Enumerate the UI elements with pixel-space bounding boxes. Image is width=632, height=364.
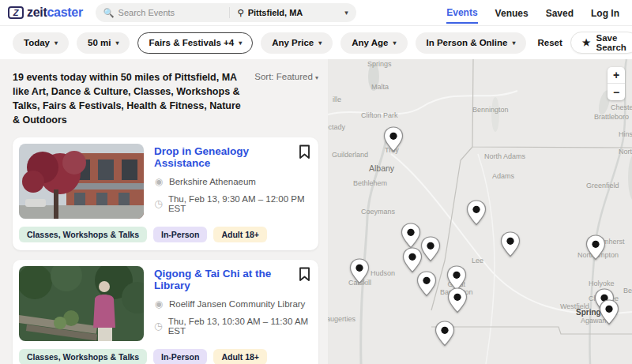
map-pin[interactable]	[599, 299, 619, 325]
results-map[interactable]: SpringsMaltailleClifton ParkSchenectadyG…	[328, 59, 632, 364]
filter-pill-any-price[interactable]: Any Price▾	[261, 32, 333, 54]
event-tag: Adult 18+	[213, 227, 267, 242]
map-label-belchertown: Belchertown	[623, 287, 632, 295]
save-search-button[interactable]: ★ Save Search	[570, 32, 632, 54]
event-card[interactable]: Qigong & Tai Chi at the Library ◉Roeliff…	[13, 260, 318, 364]
map-label-bennington: Bennington	[472, 106, 509, 114]
event-title-link[interactable]: Drop in Genealogy Assistance	[154, 145, 310, 169]
filter-pill-any-age[interactable]: Any Age▾	[340, 32, 407, 54]
event-venue: Berkshire Athenaeum	[169, 177, 256, 186]
event-card[interactable]: Drop in Genealogy Assistance ◉Berkshire …	[13, 137, 318, 250]
map-label-ille: ille	[333, 96, 341, 103]
location-chevron-icon[interactable]: ▾	[344, 9, 348, 17]
zoom-in-button[interactable]: +	[608, 67, 625, 84]
map-pin[interactable]	[349, 258, 370, 284]
event-tags: Classes, Workshops & TalksIn-PersonAdult…	[19, 349, 310, 364]
event-list-panel: 19 events today within 50 miles of Pitts…	[0, 59, 328, 364]
location-pin-icon: ◉	[154, 298, 164, 310]
filter-pills: Today▾50 mi▾Fairs & Festivals +4▾Any Pri…	[13, 32, 526, 54]
event-datetime: Thu, Feb 13, 9:30 AM – 12:00 PM EST	[168, 194, 310, 213]
map-label-springs: Springs	[367, 60, 392, 68]
map-pin[interactable]	[466, 200, 487, 226]
map-zoom-control: + −	[608, 67, 625, 100]
results-summary: 19 events today within 50 miles of Pitts…	[13, 70, 246, 128]
map-label-hudson: Hudson	[371, 269, 395, 277]
event-card-body: Qigong & Tai Chi at the Library ◉Roeliff…	[144, 266, 310, 341]
event-tag: Adult 18+	[213, 349, 267, 364]
event-card-top: Drop in Genealogy Assistance ◉Berkshire …	[19, 144, 310, 219]
map-label-chesterfield: Chesterfield	[611, 103, 632, 111]
event-datetime-row: ◷Thu, Feb 13, 9:30 AM – 12:00 PM EST	[154, 194, 310, 213]
map-label-lee: Lee	[472, 257, 483, 265]
map-label-schenectady: Schenectady	[328, 123, 345, 131]
sort-dropdown[interactable]: Sort: Featured ▾	[254, 72, 318, 128]
map-pin[interactable]	[500, 231, 521, 257]
chevron-down-icon: ▾	[55, 39, 58, 47]
map-pin[interactable]	[447, 287, 468, 313]
zoom-out-button[interactable]: −	[608, 84, 625, 100]
map-label-malta: Malta	[371, 83, 389, 91]
map-label-adams: Adams	[492, 172, 514, 180]
event-tag: Classes, Workshops & Talks	[19, 227, 147, 242]
nav-item-saved[interactable]: Saved	[546, 2, 574, 23]
map-pin[interactable]	[585, 235, 606, 261]
location-pin-icon: ◉	[154, 176, 164, 187]
save-search-label: Save Search	[596, 33, 626, 52]
bookmark-icon[interactable]	[299, 144, 310, 163]
map-pin[interactable]	[420, 236, 441, 262]
filter-pill-fairs-festivals-4[interactable]: Fairs & Festivals +4▾	[137, 32, 253, 54]
event-tag: In-Person	[153, 349, 207, 364]
event-title-link[interactable]: Qigong & Tai Chi at the Library	[154, 268, 310, 291]
main-nav: EventsVenuesSavedLog In	[446, 2, 619, 24]
map-label-coeymans: Coeymans	[361, 208, 395, 216]
event-thumbnail	[19, 266, 144, 341]
bookmark-icon[interactable]	[299, 267, 310, 285]
map-label-holyoke: Holyoke	[589, 280, 615, 287]
sort-label: Sort: Featured	[254, 72, 313, 81]
star-icon: ★	[582, 37, 591, 48]
zeitcaster-logo[interactable]: Z zeitcaster	[8, 6, 83, 20]
map-label-clifton-park: Clifton Park	[361, 111, 398, 119]
chevron-down-icon: ▾	[318, 39, 322, 47]
event-venue-row: ◉Roeliff Jansen Community Library	[154, 298, 310, 310]
map-label-brattleboro: Brattleboro	[594, 113, 629, 121]
sort-chevron-icon: ▾	[315, 74, 318, 81]
event-venue-row: ◉Berkshire Athenaeum	[154, 176, 310, 187]
filter-pill-in-person-online[interactable]: In Person & Online▾	[416, 32, 527, 54]
filter-pill-today[interactable]: Today▾	[13, 32, 69, 54]
nav-item-venues[interactable]: Venues	[495, 2, 529, 23]
search-divider	[229, 7, 230, 18]
app-header: Z zeitcaster 🔍 ⚲ Pittsfield, MA ▾ Events…	[0, 0, 632, 26]
nav-item-log-in[interactable]: Log In	[591, 2, 619, 23]
map-label-northfield: Northfield	[619, 148, 632, 156]
event-card-top: Qigong & Tai Chi at the Library ◉Roeliff…	[19, 266, 310, 341]
nav-item-events[interactable]: Events	[446, 2, 477, 24]
filter-pill-50-mi[interactable]: 50 mi▾	[77, 32, 130, 54]
location-pin-icon: ⚲	[238, 8, 244, 18]
logo-caster: caster	[47, 6, 82, 19]
map-pin[interactable]	[434, 321, 455, 347]
event-datetime-row: ◷Thu, Feb 13, 10:30 AM – 11:30 AM EST	[154, 317, 310, 336]
event-tags: Classes, Workshops & TalksIn-PersonAdult…	[19, 227, 310, 242]
map-label-saugerties: Saugerties	[328, 315, 356, 323]
map-label-hinsdale: Hinsdale	[619, 130, 632, 138]
logo-zeit: zeit	[27, 6, 47, 19]
reset-filters-button[interactable]: Reset	[537, 38, 562, 47]
map-pin[interactable]	[416, 271, 437, 297]
map-pin[interactable]	[401, 223, 421, 249]
location-value[interactable]: Pittsfield, MA	[248, 8, 303, 17]
zeitcaster-logo-icon: Z	[8, 6, 24, 19]
map-label-guilderland: Guilderland	[332, 151, 368, 159]
map-pin[interactable]	[383, 126, 404, 152]
map-label-greenfield: Greenfield	[586, 182, 619, 190]
event-thumbnail	[19, 144, 144, 219]
search-location-bar: 🔍 ⚲ Pittsfield, MA ▾	[96, 3, 356, 22]
map-pin[interactable]	[402, 247, 423, 273]
chevron-down-icon: ▾	[393, 39, 397, 47]
map-label-north-adams: North Adams	[484, 152, 525, 160]
search-input[interactable]	[118, 8, 221, 17]
search-icon: 🔍	[103, 8, 115, 18]
event-tag: Classes, Workshops & Talks	[19, 349, 147, 364]
logo-wordmark: zeitcaster	[27, 6, 83, 20]
filter-bar: Today▾50 mi▾Fairs & Festivals +4▾Any Pri…	[0, 26, 632, 59]
